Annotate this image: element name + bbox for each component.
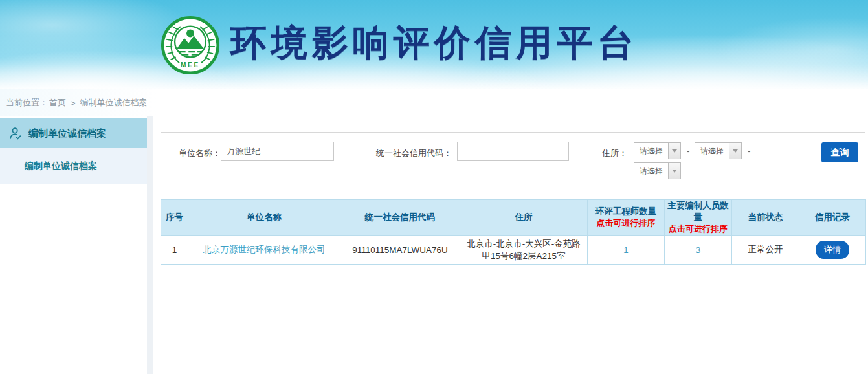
chevron-down-icon bbox=[668, 163, 680, 179]
province-select-value: 请选择 bbox=[634, 143, 668, 159]
chevron-down-icon bbox=[668, 143, 680, 159]
credit-code-label: 统一社会信用代码： bbox=[375, 148, 452, 159]
breadcrumb-label: 当前位置： bbox=[6, 97, 48, 109]
address-label: 住所： bbox=[596, 148, 627, 159]
engineer-count-link[interactable]: 1 bbox=[623, 245, 629, 255]
col-credit-record: 信用记录 bbox=[799, 200, 866, 236]
company-link[interactable]: 北京万源世纪环保科技有限公司 bbox=[203, 245, 326, 254]
breadcrumb-home-link[interactable]: 首页 bbox=[49, 97, 66, 109]
city-select[interactable]: 请选择 bbox=[695, 142, 742, 159]
table-header-row: 序号 单位名称 统一社会信用代码 住所 环评工程师数量 点击可进行排序 主要编制… bbox=[161, 200, 866, 236]
user-check-icon bbox=[8, 126, 23, 140]
breadcrumb: 当前位置： 首页 > 编制单位诚信档案 bbox=[0, 89, 868, 116]
col-engineer-count-sort[interactable]: 环评工程师数量 点击可进行排序 bbox=[588, 200, 665, 236]
address-dash-2: - bbox=[748, 146, 750, 156]
city-select-value: 请选择 bbox=[695, 143, 729, 159]
district-select-value: 请选择 bbox=[634, 163, 668, 179]
staff-count-link[interactable]: 3 bbox=[696, 245, 701, 255]
col-address: 住所 bbox=[460, 200, 588, 236]
row-index: 1 bbox=[161, 236, 188, 265]
col-staff-count-label: 主要编制人员数量 bbox=[667, 201, 729, 222]
district-select[interactable]: 请选择 bbox=[634, 162, 681, 179]
sidebar-item-unit-credit-archive[interactable]: 编制单位诚信档案 bbox=[0, 118, 147, 148]
breadcrumb-separator: > bbox=[71, 98, 76, 108]
query-button[interactable]: 查询 bbox=[821, 142, 858, 162]
address-dash-1: - bbox=[687, 146, 689, 156]
site-title: 环境影响评价信用平台 bbox=[230, 25, 638, 65]
col-staff-count-sort[interactable]: 主要编制人员数量 点击可进行排序 bbox=[665, 200, 732, 236]
mee-logo-text: MEE bbox=[181, 61, 200, 69]
sidebar-divider bbox=[147, 116, 153, 374]
credit-code-input[interactable] bbox=[457, 142, 569, 161]
site-header: MEE 环境影响评价信用平台 bbox=[0, 0, 868, 89]
sidebar-subitem-unit-credit-archive[interactable]: 编制单位诚信档案 bbox=[0, 148, 147, 184]
credit-code-value: 91110115MA7LWUA76U bbox=[340, 236, 460, 265]
sidebar-subitem-label: 编制单位诚信档案 bbox=[25, 160, 97, 172]
page-body: 编制单位诚信档案 编制单位诚信档案 单位名称： 统一社会信用代码： 住所： 请选… bbox=[0, 116, 868, 374]
table-row: 1 北京万源世纪环保科技有限公司 91110115MA7LWUA76U 北京市-… bbox=[161, 236, 866, 265]
sidebar-item-label: 编制单位诚信档案 bbox=[28, 127, 106, 140]
address-value: 北京市-北京市-大兴区-金苑路甲15号6幢2层A215室 bbox=[460, 236, 588, 265]
detail-button[interactable]: 详情 bbox=[816, 241, 849, 259]
unit-name-label: 单位名称： bbox=[170, 148, 221, 159]
col-company: 单位名称 bbox=[188, 200, 340, 236]
sort-hint: 点击可进行排序 bbox=[665, 223, 731, 235]
col-credit-code: 统一社会信用代码 bbox=[340, 200, 460, 236]
main-content: 单位名称： 统一社会信用代码： 住所： 请选择 - 请选择 - 请选择 查询 bbox=[153, 116, 868, 374]
breadcrumb-current: 编制单位诚信档案 bbox=[80, 97, 148, 109]
province-select[interactable]: 请选择 bbox=[634, 142, 681, 159]
col-status: 当前状态 bbox=[732, 200, 799, 236]
status-value: 正常公开 bbox=[732, 236, 799, 265]
sidebar: 编制单位诚信档案 编制单位诚信档案 bbox=[0, 116, 147, 374]
sort-hint: 点击可进行排序 bbox=[588, 217, 664, 229]
mee-logo-icon: MEE bbox=[161, 16, 220, 75]
brand: MEE 环境影响评价信用平台 bbox=[0, 14, 638, 75]
chevron-down-icon bbox=[729, 143, 741, 159]
search-form: 单位名称： 统一社会信用代码： 住所： 请选择 - 请选择 - 请选择 查询 bbox=[161, 132, 865, 186]
unit-name-input[interactable] bbox=[221, 142, 334, 161]
col-index: 序号 bbox=[161, 200, 188, 236]
col-engineer-count-label: 环评工程师数量 bbox=[595, 206, 657, 216]
results-table: 序号 单位名称 统一社会信用代码 住所 环评工程师数量 点击可进行排序 主要编制… bbox=[161, 199, 866, 265]
